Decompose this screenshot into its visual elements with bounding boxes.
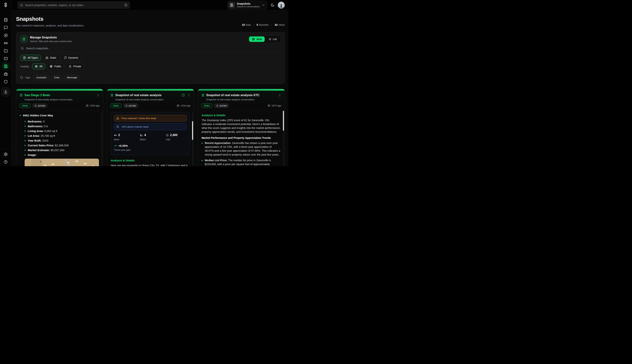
globe-icon [50, 65, 53, 68]
filter-all-types[interactable]: All Types [20, 54, 41, 61]
stat-trend: +0.35% Three year gain [114, 144, 140, 151]
panel-title: Manage Snapshots [30, 36, 72, 39]
card-age: 129d ago [86, 104, 100, 107]
sidebar-item-explore[interactable] [2, 32, 10, 39]
sidebar-item-database[interactable] [2, 16, 10, 24]
gear-icon [4, 152, 8, 156]
sidebar-upload-button[interactable] [1, 88, 10, 96]
visibility-all-button[interactable]: All [32, 63, 45, 70]
folder-icon [4, 49, 8, 53]
lock-icon [69, 65, 72, 68]
list-item: Median List Price: The median list price… [202, 158, 281, 166]
sidebar-item-chat[interactable] [2, 24, 10, 31]
sidebar [0, 0, 12, 166]
sidebar-item-snapshots[interactable] [2, 62, 10, 70]
visibility-private-label: Private [73, 65, 81, 68]
snapshot-card-san-diego[interactable]: San Diego 3 Beds Snapshot of real estate… [16, 89, 103, 166]
analysis-subheading: Market Performance and Property Apprecia… [202, 136, 281, 139]
switcher-subtitle: Saved AI conversations [237, 5, 260, 8]
sidebar-nav [1, 16, 10, 96]
card-scroll-area[interactable]: 8451 Hidden Cove Way Bedrooms: 5 Bathroo… [16, 111, 103, 166]
sidebar-item-folders[interactable] [2, 47, 10, 54]
analysis-paragraph: Here are two properties in Texas City, T… [111, 164, 190, 166]
context-switcher[interactable]: Snapshots Saved AI conversations [227, 1, 267, 10]
card-scroll-area[interactable]: Price reduced 1 times this week 13% abov… [107, 111, 194, 166]
filter-static[interactable]: Static [43, 54, 59, 61]
card-accent-strip [107, 89, 194, 91]
tag-icon [20, 76, 23, 79]
global-search-input[interactable] [25, 4, 122, 6]
theme-toggle-button[interactable] [271, 3, 274, 7]
visibility-private-button[interactable]: Private [66, 63, 84, 70]
sidebar-item-broadcast[interactable] [2, 39, 10, 47]
bullet-icon [25, 150, 26, 151]
visibility-label: Visibility: [20, 65, 30, 68]
stat-favorites-value: 0 [257, 23, 258, 26]
bullet-icon [25, 140, 26, 141]
aerial-satellite-image [25, 159, 99, 166]
scrollbar-thumb[interactable] [283, 111, 284, 131]
snapshot-search[interactable] [20, 46, 281, 52]
stat-sqft: 2,400 Sqft [166, 134, 187, 141]
sidebar-item-portfolio[interactable] [2, 70, 10, 78]
switcher-title: Snapshots [237, 2, 260, 5]
card-refresh-button[interactable] [182, 94, 185, 97]
visibility-badge-label: private [38, 104, 45, 107]
market-value-note: 13% above market value [114, 123, 187, 130]
snapshot-card-analysis-xtc[interactable]: Snapshot of real estate analysis-XTC Sna… [198, 89, 285, 166]
card-scroll-area[interactable]: Analysis & Details The Zoomprop Index (Z… [198, 111, 285, 166]
card-age-label: 167d ago [272, 104, 281, 107]
list-item: Lot Area: 25,700 sq ft [25, 134, 99, 138]
card-menu-button[interactable] [187, 94, 191, 97]
section-heading: Analysis & Details [202, 114, 281, 117]
visibility-public-button[interactable]: Public [47, 63, 64, 70]
settings-button[interactable] [4, 152, 8, 156]
scrollbar-thumb[interactable] [192, 121, 193, 140]
snapshot-grid: San Diego 3 Beds Snapshot of real estate… [16, 89, 285, 166]
filter-dynamic[interactable]: Dynamic [61, 54, 81, 61]
help-button[interactable] [4, 160, 8, 164]
list-view-button[interactable]: List [265, 36, 280, 42]
tag-chat[interactable]: Chat [51, 75, 62, 80]
card-age-label: 132d ago [181, 104, 191, 107]
filter-dynamic-label: Dynamic [69, 56, 78, 59]
layers-logo-icon [3, 2, 9, 8]
card-menu-button[interactable] [278, 94, 281, 97]
global-search[interactable] [17, 1, 130, 9]
kebab-menu-icon [278, 94, 281, 97]
kebab-menu-icon [96, 94, 100, 97]
property-address: 8451 Hidden Cove Way [23, 114, 53, 117]
list-item: Market Estimate: $5,037,000 [25, 148, 99, 152]
panel-icon-tile [20, 36, 28, 43]
bookmark-check-icon [201, 94, 205, 97]
list-item: Bedrooms: 5 [25, 120, 99, 123]
stat-total-value: 23 [242, 23, 245, 26]
property-summary-panel: Price reduced 1 times this week 13% abov… [111, 112, 190, 155]
sidebar-item-cards[interactable] [2, 55, 10, 62]
visibility-public-label: Public [54, 65, 61, 68]
bullet-icon [25, 121, 26, 122]
clock-icon[interactable] [124, 4, 128, 7]
card-menu-button[interactable] [96, 94, 100, 97]
tag-message[interactable]: Message [64, 75, 80, 80]
bullet-icon [25, 154, 26, 156]
search-icon [21, 46, 24, 50]
snapshot-search-input[interactable] [26, 47, 280, 50]
bookmark-check-icon [110, 94, 114, 97]
divider [20, 72, 281, 72]
card-title: San Diego 3 Beds [25, 94, 50, 97]
list-view-label: List [273, 38, 277, 41]
page-stats: 23 total • 0 favorites • 42 views [242, 23, 285, 27]
calendar-icon [86, 104, 89, 107]
main-area: Snapshots Saved AI conversations [12, 0, 288, 166]
card-icon [4, 56, 8, 61]
price-alert: Price reduced 1 times this week [114, 115, 187, 122]
sidebar-item-security[interactable] [2, 78, 10, 85]
grid-view-button[interactable]: Grid [249, 36, 265, 42]
avatar-photo [278, 2, 285, 9]
list-item: Bathrooms: 5.5 [25, 124, 99, 128]
snapshot-card-analysis[interactable]: Snapshot of real estate analysis Snapsho… [107, 89, 194, 166]
avatar[interactable] [278, 2, 285, 9]
tag-assistant[interactable]: Assistant [33, 75, 49, 80]
scrollbar-track[interactable] [101, 112, 102, 166]
